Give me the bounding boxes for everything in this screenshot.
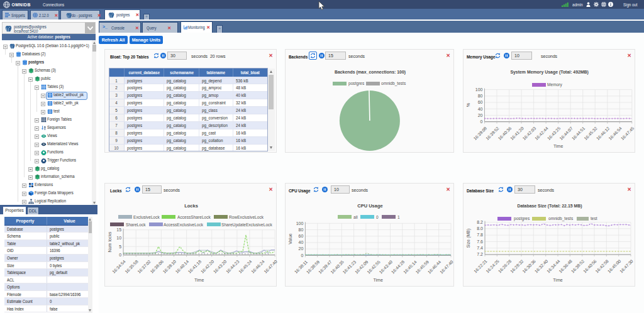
- svg-text:Size (MB): Size (MB): [466, 229, 471, 248]
- svg-text:80: 80: [299, 228, 304, 232]
- svg-text:20: 20: [299, 246, 304, 251]
- svg-text:60: 60: [299, 234, 304, 238]
- svg-text:0: 0: [480, 119, 483, 124]
- svg-text:Value: Value: [288, 233, 292, 244]
- svg-text:100: 100: [296, 221, 304, 226]
- svg-text:8.0: 8.0: [477, 226, 483, 231]
- svg-text:8.2: 8.2: [477, 220, 483, 224]
- svg-text:60: 60: [478, 100, 483, 104]
- svg-text:0: 0: [119, 253, 121, 257]
- svg-text:7.2: 7.2: [477, 252, 483, 256]
- svg-text:10: 10: [116, 236, 121, 240]
- svg-text:16:47:45: 16:47:45: [620, 126, 635, 141]
- svg-text:40: 40: [478, 107, 483, 111]
- svg-text:7.6: 7.6: [477, 239, 483, 244]
- svg-text:40: 40: [299, 240, 304, 244]
- svg-text:7.8: 7.8: [477, 233, 483, 237]
- svg-text:5: 5: [119, 244, 121, 249]
- svg-text:0: 0: [301, 253, 303, 258]
- svg-text:16:47:30: 16:47:30: [619, 259, 634, 274]
- svg-text:15: 15: [116, 228, 121, 232]
- svg-text:7.4: 7.4: [477, 246, 483, 250]
- svg-text:16:47:40: 16:47:40: [263, 259, 278, 274]
- svg-text:16:47:40: 16:47:40: [439, 260, 454, 275]
- svg-text:%: %: [466, 103, 470, 107]
- svg-text:80: 80: [478, 94, 483, 98]
- svg-text:Num locks: Num locks: [108, 231, 112, 252]
- svg-text:100: 100: [475, 87, 483, 92]
- svg-text:20: 20: [478, 113, 483, 118]
